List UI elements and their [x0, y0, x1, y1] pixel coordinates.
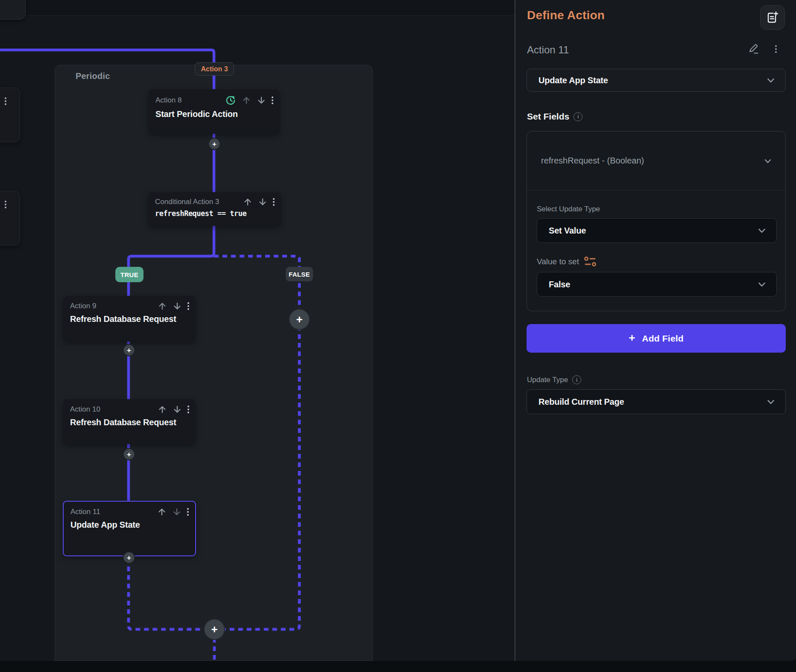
node-options-icon[interactable]	[273, 198, 275, 206]
chevron-down-icon	[763, 156, 773, 166]
flow-canvas[interactable]: Periodic Action 3	[0, 0, 515, 661]
branch-false-badge: FALSE	[286, 267, 313, 281]
node-options-icon[interactable]	[272, 96, 273, 104]
info-icon[interactable]: i	[574, 112, 582, 121]
add-field-label: Add Field	[642, 333, 683, 344]
move-down-icon[interactable]	[172, 507, 181, 517]
node-options-icon[interactable]	[187, 508, 189, 516]
rebuild-type-value: Rebuild Current Page	[538, 397, 624, 407]
chevron-down-icon	[757, 225, 767, 236]
action-node-label: Action 8	[155, 96, 181, 105]
update-type-label: Update Type	[527, 376, 568, 384]
value-to-set-value: False	[549, 280, 570, 289]
add-action-button[interactable]: +	[123, 552, 135, 564]
node-options-icon[interactable]	[187, 406, 189, 413]
add-field-button[interactable]: + Add Field	[527, 324, 786, 353]
value-to-set-dropdown[interactable]: False	[537, 272, 777, 297]
more-options-icon[interactable]	[5, 97, 6, 105]
conditional-action-node[interactable]: Conditional Action 3 refreshRequest == t…	[148, 192, 281, 226]
set-value-options-icon[interactable]	[583, 256, 597, 267]
add-action-button[interactable]: +	[123, 344, 135, 356]
action-options-button[interactable]	[770, 42, 782, 56]
action-node-title: Refresh Database Request	[63, 414, 196, 427]
offscreen-card-stub	[0, 0, 26, 20]
move-up-icon[interactable]	[242, 96, 251, 105]
move-up-icon[interactable]	[243, 197, 252, 207]
offscreen-action-node[interactable]	[0, 88, 20, 142]
action-node-8[interactable]: Action 8 Start Periodic Act	[149, 89, 280, 134]
add-action-button[interactable]: +	[208, 138, 221, 150]
action-node-label: Action 9	[70, 302, 96, 310]
action-node-10[interactable]: Action 10 Refresh Database Request	[63, 399, 196, 444]
plus-icon: +	[629, 331, 635, 345]
condition-expression: refreshRequest == true	[148, 207, 281, 218]
action-node-title: Update App State	[64, 517, 195, 530]
chevron-down-icon	[757, 279, 767, 289]
move-down-icon[interactable]	[257, 96, 266, 105]
branch-true-badge: TRUE	[115, 267, 143, 282]
panel-title: Define Action	[527, 9, 605, 22]
periodic-group-container: Periodic	[55, 65, 373, 661]
chevron-down-icon	[766, 397, 776, 407]
select-update-type-label: Select Update Type	[537, 205, 600, 213]
action-node-title: Start Periodic Action	[149, 106, 280, 119]
move-up-icon[interactable]	[157, 507, 167, 517]
canvas-top-band	[0, 0, 515, 16]
action-node-label: Conditional Action 3	[155, 198, 219, 206]
more-options-icon[interactable]	[5, 201, 6, 208]
set-fields-section: Set Fields i	[527, 111, 582, 122]
value-to-set-label: Value to set	[537, 257, 579, 266]
edit-pencil-icon	[748, 43, 760, 55]
action-flow-editor: Periodic Action 3	[0, 0, 796, 672]
action-type-value: Update App State	[538, 76, 608, 85]
add-note-icon	[766, 11, 779, 24]
rename-action-button[interactable]	[746, 42, 761, 56]
set-fields-label: Set Fields	[527, 111, 569, 122]
add-action-false-branch-button[interactable]: +	[289, 309, 310, 330]
action-node-label: Action 11	[70, 508, 100, 516]
move-down-icon[interactable]	[173, 405, 182, 414]
bottom-strip	[0, 661, 796, 672]
action-node-11-selected[interactable]: Action 11 Update App State	[63, 501, 196, 556]
define-action-panel: Define Action Action 11 Update App State	[515, 0, 796, 661]
new-action-button[interactable]	[760, 5, 785, 30]
field-selector-dropdown[interactable]: refreshRequest - (Boolean)	[527, 131, 785, 190]
selected-action-label: Action 11	[527, 44, 569, 56]
periodic-action-icon	[225, 95, 236, 106]
flow-source-badge[interactable]: Action 3	[195, 62, 234, 76]
more-options-icon	[775, 45, 777, 53]
action-type-dropdown[interactable]: Update App State	[527, 69, 786, 92]
move-down-icon[interactable]	[173, 301, 182, 311]
update-type-select-dropdown[interactable]: Set Value	[537, 218, 777, 243]
offscreen-action-node[interactable]	[0, 191, 20, 245]
move-up-icon[interactable]	[158, 405, 167, 414]
node-options-icon[interactable]	[187, 302, 189, 310]
update-type-section: Update Type i	[527, 375, 581, 384]
update-type-select-value: Set Value	[549, 226, 586, 236]
periodic-group-label: Periodic	[76, 71, 110, 81]
value-to-set-row: Value to set	[537, 256, 597, 267]
add-action-merge-button[interactable]: +	[204, 619, 225, 640]
move-up-icon[interactable]	[158, 301, 167, 311]
set-field-group: refreshRequest - (Boolean) Select Update…	[527, 131, 786, 311]
move-down-icon[interactable]	[258, 197, 267, 207]
field-selector-value: refreshRequest - (Boolean)	[541, 156, 644, 166]
action-node-title: Refresh Database Request	[63, 311, 196, 324]
chevron-down-icon	[766, 75, 776, 85]
action-node-label: Action 10	[70, 405, 100, 414]
rebuild-type-dropdown[interactable]: Rebuild Current Page	[527, 389, 786, 414]
info-icon[interactable]: i	[572, 375, 581, 384]
action-node-9[interactable]: Action 9 Refresh Database Request	[63, 296, 196, 342]
add-action-button[interactable]: +	[123, 448, 135, 461]
